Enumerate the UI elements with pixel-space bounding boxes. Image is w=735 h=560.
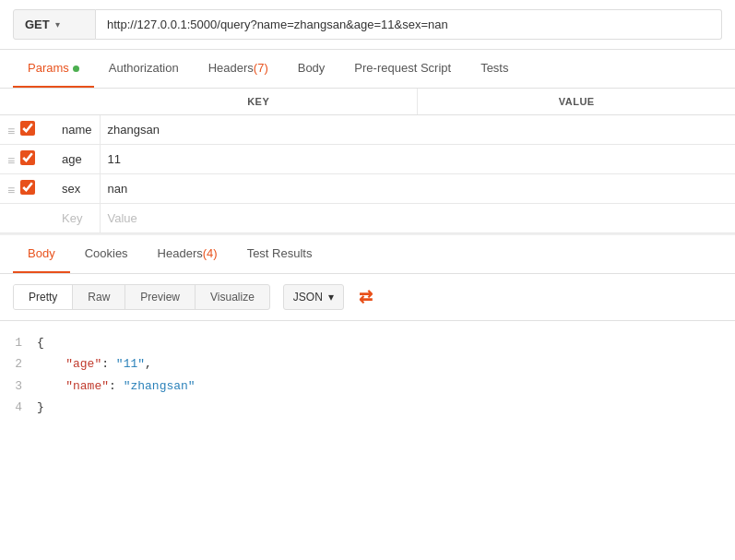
- param-value-cell[interactable]: 11: [100, 145, 418, 174]
- line-number: 2: [0, 353, 37, 375]
- response-tab-cookies[interactable]: Cookies: [70, 235, 143, 273]
- format-select[interactable]: JSON ▾: [283, 284, 344, 310]
- line-number: 4: [0, 397, 37, 418]
- request-tabs: Params Authorization Headers(7) Body Pre…: [0, 50, 735, 89]
- line-content: "age": "11",: [37, 353, 735, 375]
- tab-headers[interactable]: Headers(7): [194, 50, 283, 88]
- response-tab-headers[interactable]: Headers(4): [143, 235, 232, 273]
- param-value-cell[interactable]: Value: [100, 204, 418, 233]
- code-line: 4}: [0, 397, 735, 418]
- param-checkbox[interactable]: [20, 150, 35, 165]
- drag-icon: ≡: [7, 183, 15, 197]
- wrap-icon: ⇄: [359, 287, 373, 307]
- format-tab-visualize[interactable]: Visualize: [196, 285, 269, 309]
- wrap-button[interactable]: ⇄: [351, 281, 380, 313]
- line-content: {: [37, 332, 735, 353]
- method-select[interactable]: GET ▾: [13, 9, 96, 40]
- tab-params[interactable]: Params: [13, 50, 94, 88]
- format-tab-preview[interactable]: Preview: [125, 285, 196, 309]
- response-tabs: Body Cookies Headers(4) Test Results: [0, 235, 735, 274]
- line-content: "name": "zhangsan": [37, 375, 735, 397]
- value-column-header: VALUE: [418, 89, 735, 115]
- param-checkbox[interactable]: [20, 121, 35, 136]
- format-select-arrow: ▾: [328, 291, 334, 304]
- drag-icon: ≡: [7, 124, 15, 138]
- table-row: ≡namezhangsan: [0, 115, 735, 145]
- body-toolbar: Pretty Raw Preview Visualize JSON ▾ ⇄: [0, 274, 735, 321]
- table-row: KeyValue: [0, 204, 735, 233]
- params-active-dot: [73, 66, 79, 72]
- drag-icon: ≡: [7, 153, 15, 168]
- param-key-cell[interactable]: age: [56, 145, 100, 174]
- tab-prerequest[interactable]: Pre-request Script: [339, 50, 466, 88]
- code-line: 2 "age": "11",: [0, 353, 735, 375]
- url-input[interactable]: [96, 9, 722, 40]
- line-content: }: [37, 397, 735, 418]
- table-row: ≡sexnan: [0, 174, 735, 204]
- line-number: 1: [0, 332, 37, 353]
- response-tab-test-results[interactable]: Test Results: [232, 235, 327, 273]
- param-key-cell[interactable]: sex: [56, 174, 100, 204]
- table-row: ≡age11: [0, 145, 735, 174]
- key-column-header: KEY: [100, 89, 418, 115]
- param-value-cell[interactable]: zhangsan: [100, 115, 418, 145]
- param-key-cell[interactable]: name: [56, 115, 100, 145]
- tab-tests[interactable]: Tests: [466, 50, 523, 88]
- response-section: Body Cookies Headers(4) Test Results Pre…: [0, 233, 735, 430]
- tab-body[interactable]: Body: [283, 50, 340, 88]
- tab-authorization[interactable]: Authorization: [94, 50, 194, 88]
- format-tab-pretty[interactable]: Pretty: [14, 285, 73, 309]
- param-value-cell[interactable]: nan: [100, 174, 418, 204]
- param-checkbox[interactable]: [20, 180, 35, 195]
- response-tab-body[interactable]: Body: [13, 235, 70, 273]
- param-key-cell[interactable]: Key: [56, 204, 100, 233]
- code-line: 3 "name": "zhangsan": [0, 375, 735, 397]
- code-line: 1{: [0, 332, 735, 353]
- line-number: 3: [0, 375, 37, 397]
- format-tab-raw[interactable]: Raw: [73, 285, 125, 309]
- method-dropdown-arrow: ▾: [55, 19, 60, 30]
- format-tabs: Pretty Raw Preview Visualize: [13, 284, 270, 310]
- params-table: KEY VALUE ≡namezhangsan≡age11≡sexnanKeyV…: [0, 89, 735, 233]
- method-label: GET: [25, 18, 50, 31]
- url-bar: GET ▾: [0, 0, 735, 50]
- code-block: 1{2 "age": "11",3 "name": "zhangsan"4}: [0, 321, 735, 430]
